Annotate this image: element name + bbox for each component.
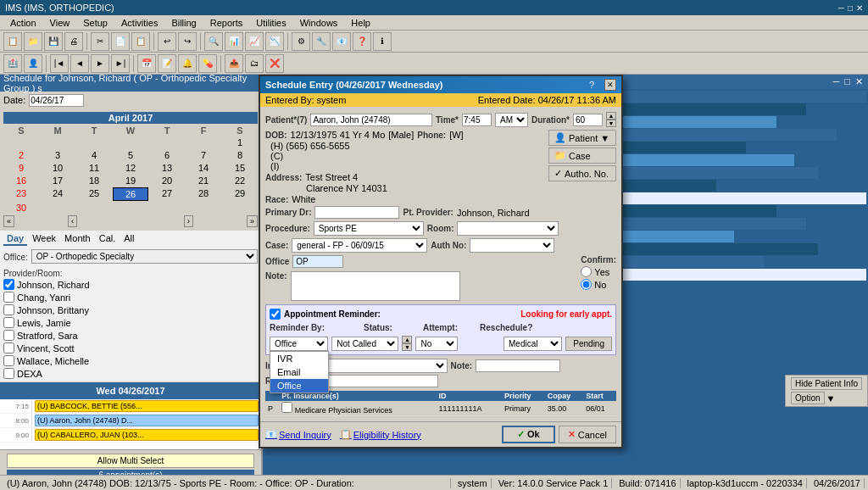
cal-day-12[interactable]: 12 bbox=[113, 162, 148, 174]
insurance-row-1[interactable]: P Medicare Physician Services 111111111A… bbox=[265, 401, 616, 416]
window-controls[interactable]: ─ □ ✕ bbox=[838, 3, 863, 13]
tb-new[interactable]: 📋 bbox=[3, 32, 22, 51]
tab-week[interactable]: Week bbox=[29, 232, 59, 246]
dropdown-item-office[interactable]: Office bbox=[270, 379, 328, 393]
tb-b6[interactable]: 📧 bbox=[332, 32, 351, 51]
menu-activities[interactable]: Activities bbox=[114, 18, 164, 28]
cal-day-10[interactable]: 10 bbox=[40, 162, 75, 174]
tab-all[interactable]: All bbox=[120, 232, 137, 246]
cal-day-2[interactable]: 2 bbox=[3, 149, 39, 161]
cal-day-24[interactable]: 24 bbox=[40, 187, 75, 201]
tb-find[interactable]: 🔍 bbox=[204, 32, 223, 51]
minimize-btn[interactable]: ─ bbox=[838, 3, 844, 13]
cal-day[interactable] bbox=[186, 136, 221, 148]
spin-down[interactable]: ▼ bbox=[606, 120, 616, 127]
duration-spinner[interactable]: ▲ ▼ bbox=[606, 112, 616, 127]
cal-day[interactable] bbox=[76, 136, 112, 148]
cancel-btn[interactable]: ✕ Cancel bbox=[559, 426, 616, 443]
tb-b2[interactable]: 📈 bbox=[245, 32, 264, 51]
cal-day-9[interactable]: 9 bbox=[3, 162, 39, 174]
cal-day-26[interactable]: 26 bbox=[113, 187, 148, 201]
primary-dr-input[interactable] bbox=[314, 206, 399, 219]
reschedule-select[interactable]: No Yes bbox=[415, 337, 458, 351]
cal-day-18[interactable]: 18 bbox=[76, 175, 112, 187]
cal-day-7[interactable]: 7 bbox=[186, 149, 221, 161]
ref-dr-input[interactable] bbox=[311, 375, 438, 387]
cal-day-16[interactable]: 16 bbox=[3, 175, 39, 187]
cal-day[interactable] bbox=[149, 136, 185, 148]
menu-view[interactable]: View bbox=[43, 18, 77, 28]
menu-help[interactable]: Help bbox=[344, 18, 377, 28]
cal-day-1[interactable]: 1 bbox=[222, 136, 258, 148]
tb2-nav-next[interactable]: ► bbox=[91, 54, 109, 73]
dialog-close-btn[interactable]: ✕ bbox=[604, 79, 616, 91]
right-panel-btn3[interactable]: ✕ bbox=[855, 76, 863, 87]
confirm-yes-input[interactable] bbox=[581, 266, 592, 277]
time-input[interactable] bbox=[462, 114, 492, 126]
menu-billing[interactable]: Billing bbox=[164, 18, 203, 28]
cal-day-4[interactable]: 4 bbox=[76, 149, 112, 161]
autho-btn[interactable]: ✓ Autho. No. bbox=[548, 165, 616, 181]
cal-day[interactable] bbox=[113, 202, 148, 214]
cal-day[interactable] bbox=[186, 202, 221, 214]
medical-select[interactable]: Medical bbox=[504, 337, 562, 351]
ok-btn[interactable]: ✓ Ok bbox=[502, 426, 555, 443]
cal-day-28[interactable]: 28 bbox=[186, 187, 221, 201]
tb-b1[interactable]: 📊 bbox=[225, 32, 243, 51]
office-select[interactable]: OP - Orthopedic Specialty bbox=[31, 249, 258, 264]
cal-day-17[interactable]: 17 bbox=[40, 175, 75, 187]
cal-day-25[interactable]: 25 bbox=[76, 187, 112, 201]
attempt-spin-down[interactable]: ▼ bbox=[402, 343, 412, 351]
cal-day-15[interactable]: 15 bbox=[222, 162, 258, 174]
tb2-b1[interactable]: 🏥 bbox=[3, 54, 22, 73]
cal-nav-next[interactable]: › bbox=[184, 215, 193, 227]
tb2-nav-first[interactable]: |◄ bbox=[50, 54, 69, 73]
spin-up[interactable]: ▲ bbox=[606, 112, 616, 120]
tb-copy[interactable]: 📄 bbox=[111, 32, 130, 51]
cal-day[interactable] bbox=[149, 202, 185, 214]
case-btn[interactable]: 📁 Case bbox=[548, 148, 616, 164]
attempt-spin-up[interactable]: ▲ bbox=[402, 336, 412, 343]
allow-multi-select-btn[interactable]: Allow Multi Select bbox=[7, 454, 254, 468]
cal-day-11[interactable]: 11 bbox=[76, 162, 112, 174]
tb-b5[interactable]: 🔧 bbox=[312, 32, 331, 51]
patient-btn[interactable]: 👤 Patient ▼ bbox=[548, 130, 616, 146]
tb-redo[interactable]: ↪ bbox=[178, 32, 197, 51]
tb2-nav-prev[interactable]: ◄ bbox=[70, 54, 89, 73]
confirm-no-input[interactable] bbox=[581, 279, 592, 290]
cal-day-13[interactable]: 13 bbox=[149, 162, 185, 174]
appt-aaron[interactable]: (U) Aaron, John (24748) D... bbox=[35, 415, 259, 426]
note-textarea[interactable] bbox=[291, 271, 460, 301]
tb-open[interactable]: 📁 bbox=[24, 32, 42, 51]
pending-btn[interactable]: Pending bbox=[565, 337, 612, 351]
tb-help[interactable]: ❓ bbox=[353, 32, 371, 51]
tb2-b9[interactable]: ❌ bbox=[265, 54, 284, 73]
cal-day-30[interactable]: 30 bbox=[3, 202, 39, 214]
tb2-b8[interactable]: 🗂 bbox=[245, 54, 264, 73]
ampm-select[interactable]: AM PM bbox=[495, 113, 528, 127]
tb-undo[interactable]: ↩ bbox=[158, 32, 176, 51]
tb2-b3[interactable]: 📅 bbox=[137, 54, 156, 73]
menu-reports[interactable]: Reports bbox=[203, 18, 250, 28]
tb-cut[interactable]: ✂ bbox=[91, 32, 109, 51]
cal-day-6[interactable]: 6 bbox=[149, 149, 185, 161]
date-input[interactable] bbox=[29, 94, 84, 107]
cal-day-5[interactable]: 5 bbox=[113, 149, 148, 161]
cal-day[interactable] bbox=[222, 202, 258, 214]
eligibility-history-link[interactable]: 📋 Eligibility History bbox=[340, 429, 421, 440]
tb2-nav-last[interactable]: ►| bbox=[111, 54, 130, 73]
cal-nav-prev-prev[interactable]: « bbox=[3, 215, 14, 227]
case-select[interactable]: general - FP - 06/09/15 bbox=[292, 238, 427, 253]
right-panel-btn2[interactable]: □ bbox=[844, 76, 850, 87]
cal-day[interactable] bbox=[40, 136, 75, 148]
tab-month[interactable]: Month bbox=[61, 232, 94, 246]
reminder-checkbox[interactable] bbox=[270, 309, 281, 320]
provider-check-stratford[interactable] bbox=[3, 330, 14, 341]
cal-nav-next-next[interactable]: » bbox=[247, 215, 258, 227]
reminder-by-select[interactable]: Office IVR Email bbox=[270, 337, 328, 351]
dialog-help-btn[interactable]: ? bbox=[589, 80, 594, 90]
patient-input[interactable] bbox=[310, 114, 431, 126]
provider-check-vincent[interactable] bbox=[3, 342, 14, 354]
cal-day-19[interactable]: 19 bbox=[113, 175, 148, 187]
dropdown-item-email[interactable]: Email bbox=[270, 365, 328, 379]
